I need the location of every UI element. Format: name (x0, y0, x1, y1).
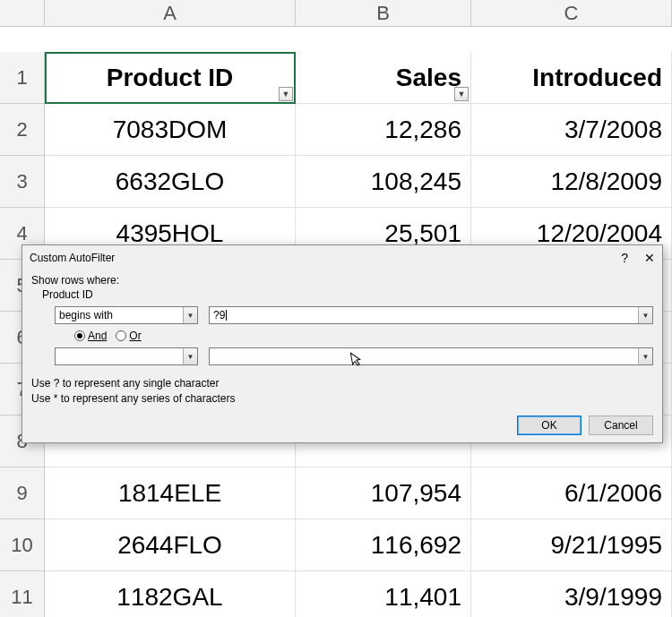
ok-button[interactable]: OK (517, 416, 582, 435)
row-header[interactable]: 9 (0, 467, 45, 519)
logic-or-radio[interactable]: Or (116, 330, 141, 342)
close-icon[interactable]: ✕ (644, 251, 655, 265)
row-header[interactable]: 10 (0, 519, 45, 571)
column-header-a[interactable]: A (45, 0, 296, 27)
row-header[interactable]: 1 (0, 52, 45, 104)
select-all-corner[interactable] (0, 0, 45, 27)
criteria1-value-combo[interactable]: ?9 ▼ (209, 306, 653, 324)
row-header[interactable]: 2 (0, 104, 45, 156)
cell[interactable]: 1814ELE (45, 467, 296, 519)
hint-line-1: Use ? to represent any single character (31, 376, 653, 391)
help-icon[interactable]: ? (621, 251, 628, 265)
cell-c1[interactable]: Introduced (471, 52, 672, 104)
header-introduced: Introduced (532, 64, 662, 92)
hint-line-2: Use * to represent any series of charact… (31, 391, 653, 407)
header-sales: Sales (396, 64, 461, 92)
logic-and-label: And (88, 330, 107, 342)
criteria1-operator-value: begins with (59, 309, 113, 321)
cell[interactable]: 108,245 (296, 156, 471, 208)
chevron-down-icon[interactable]: ▼ (638, 307, 652, 323)
cell[interactable]: 3/7/2008 (471, 104, 672, 156)
filter-dropdown-icon[interactable]: ▼ (454, 87, 469, 101)
text-caret (226, 310, 227, 321)
custom-autofilter-dialog: Custom AutoFilter ? ✕ Show rows where: P… (22, 244, 663, 443)
filter-dropdown-icon[interactable]: ▼ (279, 87, 293, 101)
radio-icon (116, 330, 126, 341)
cell[interactable]: 2644FLO (45, 519, 296, 571)
column-header-c[interactable]: C (471, 0, 672, 27)
radio-icon (74, 330, 85, 341)
dialog-title-text: Custom AutoFilter (30, 252, 115, 264)
row-header[interactable]: 3 (0, 156, 45, 208)
logic-or-label: Or (129, 330, 141, 342)
cell[interactable]: 107,954 (296, 467, 471, 519)
criteria2-operator-combo[interactable]: ▼ (55, 347, 198, 365)
chevron-down-icon[interactable]: ▼ (183, 307, 197, 323)
cell[interactable]: 6632GLO (45, 156, 296, 208)
cell[interactable]: 3/9/1999 (471, 571, 672, 617)
column-header-b[interactable]: B (296, 0, 471, 27)
cell[interactable]: 9/21/1995 (471, 519, 672, 571)
cell[interactable]: 116,692 (296, 519, 471, 571)
cell[interactable]: 7083DOM (45, 104, 296, 156)
cell-b1[interactable]: Sales ▼ (296, 52, 471, 104)
dialog-titlebar[interactable]: Custom AutoFilter ? ✕ (22, 245, 662, 270)
cell-a1[interactable]: Product ID ▼ (45, 52, 296, 104)
wildcard-hint: Use ? to represent any single character … (31, 376, 653, 407)
cell[interactable]: 12/8/2009 (471, 156, 672, 208)
cell[interactable]: 12,286 (296, 104, 471, 156)
dialog-body: Show rows where: Product ID begins with … (22, 270, 662, 412)
logic-and-radio[interactable]: And (74, 330, 107, 342)
chevron-down-icon[interactable]: ▼ (183, 348, 197, 364)
cancel-button[interactable]: Cancel (589, 416, 653, 435)
cell[interactable]: 6/1/2006 (471, 467, 672, 519)
criteria1-value: ?9 (213, 309, 225, 321)
criteria1-operator-combo[interactable]: begins with ▼ (55, 306, 198, 324)
header-product-id: Product ID (107, 64, 234, 92)
row-header[interactable]: 11 (0, 571, 45, 617)
cell[interactable]: 11,401 (296, 571, 471, 617)
cell[interactable]: 1182GAL (45, 571, 296, 617)
dialog-field-name: Product ID (31, 288, 653, 301)
dialog-prompt: Show rows where: (31, 274, 653, 287)
criteria2-value-combo[interactable]: ▼ (209, 347, 653, 365)
chevron-down-icon[interactable]: ▼ (638, 348, 652, 364)
